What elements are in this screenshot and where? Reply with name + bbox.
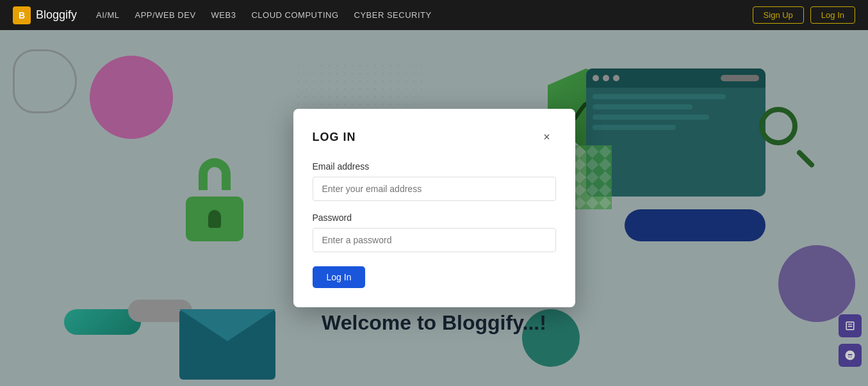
nav-link-appwebdev[interactable]: APP/WEB DEV [135,10,196,20]
nav-link-cloudcomputing[interactable]: CLOUD COMPUTING [251,10,338,20]
signup-button[interactable]: Sign Up [753,6,804,24]
modal-title: LOG IN [313,131,356,144]
nav-link-aiml[interactable]: AI/ML [96,10,119,20]
logo[interactable]: B Bloggify [13,6,77,24]
email-label: Email address [313,161,556,172]
background-area: ✓ *** Welcome to Blog [0,30,868,386]
email-form-group: Email address [313,161,556,201]
nav-link-web3[interactable]: WEB3 [211,10,236,20]
email-input[interactable] [313,177,556,201]
logo-text: Bloggify [36,8,77,22]
password-input[interactable] [313,228,556,252]
logo-icon: B [13,6,31,24]
navbar: B Bloggify AI/ML APP/WEB DEV WEB3 CLOUD … [0,0,868,30]
nav-links: AI/ML APP/WEB DEV WEB3 CLOUD COMPUTING C… [96,10,753,20]
password-label: Password [313,213,556,223]
login-submit-button[interactable]: Log In [313,266,366,288]
login-modal: LOG IN × Email address Password Log In [293,109,575,307]
password-form-group: Password [313,213,556,252]
modal-close-button[interactable]: × [538,128,556,146]
nav-actions: Sign Up Log In [753,6,855,24]
modal-overlay: LOG IN × Email address Password Log In [0,30,868,386]
nav-link-cybersecurity[interactable]: CYBER SECURITY [354,10,432,20]
login-nav-button[interactable]: Log In [810,6,855,24]
modal-header: LOG IN × [313,128,556,146]
